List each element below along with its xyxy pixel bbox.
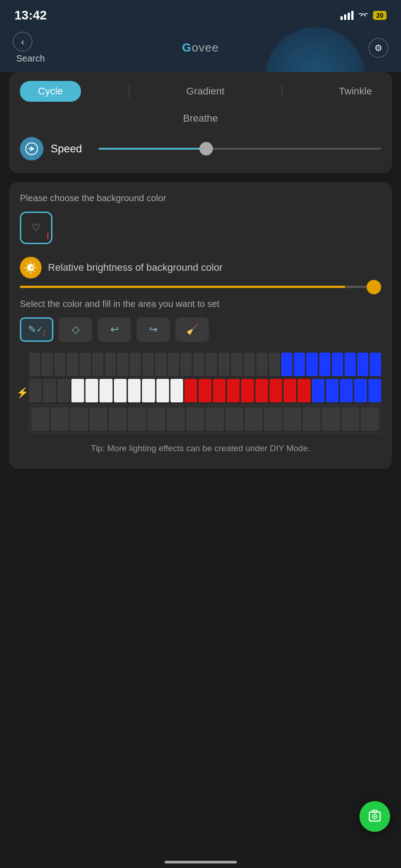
mode-row-breathe: Breathe: [20, 109, 381, 128]
home-indicator: [165, 861, 237, 863]
brightness-row: ⚡ Relative brightness of background colo…: [20, 257, 381, 278]
brightness-slider[interactable]: [20, 286, 381, 288]
svg-point-8: [374, 816, 376, 817]
led-cell: [341, 407, 359, 431]
brightness-icon: ⚡: [20, 257, 42, 278]
led-cell: [105, 353, 116, 376]
led-cell: [297, 379, 310, 402]
led-cell: [168, 353, 179, 376]
speed-icon: [20, 137, 43, 160]
led-cell: [281, 353, 292, 376]
led-cell: [255, 379, 268, 402]
speed-slider-thumb[interactable]: [199, 142, 213, 156]
led-cell: [361, 407, 379, 431]
led-cell: [70, 407, 88, 431]
led-cell: [193, 353, 204, 376]
broom-icon: 🧹: [186, 324, 198, 335]
led-cell: [231, 353, 242, 376]
led-strip-row-3: [29, 405, 381, 433]
settings-button[interactable]: ⚙: [368, 38, 388, 58]
swatch-x-icon: /: [46, 231, 50, 241]
brightness-label: Relative brightness of background color: [48, 262, 222, 274]
led-cell: [264, 407, 282, 431]
toolbar-row: ✎ ✓ / ◇ ↩ ↪ 🧹: [20, 317, 381, 342]
led-cell: [283, 379, 296, 402]
led-cell: [245, 407, 263, 431]
led-cell: [368, 379, 381, 402]
led-cell: [170, 379, 183, 402]
led-cell: [147, 407, 165, 431]
led-cell: [43, 379, 56, 402]
tab-cycle[interactable]: Cycle: [20, 81, 81, 102]
led-cell: [57, 379, 70, 402]
status-time: 13:42: [14, 8, 47, 23]
led-strip-row-2: [29, 379, 381, 402]
led-cell: [117, 353, 128, 376]
battery-level: 20: [376, 12, 383, 19]
led-cell: [322, 407, 340, 431]
led-cell: [80, 353, 91, 376]
tab-divider-1: [129, 85, 129, 98]
led-cell: [71, 379, 84, 402]
pencil-icon: ✎: [28, 324, 36, 335]
redo-icon: ↪: [149, 324, 157, 335]
led-strips-area: ⚡: [20, 353, 381, 433]
led-cell: [198, 379, 211, 402]
tool-redo-button[interactable]: ↪: [137, 317, 170, 342]
led-cell: [241, 379, 254, 402]
tool-draw-button[interactable]: ✎ ✓ /: [20, 317, 53, 342]
led-cell: [307, 353, 318, 376]
led-cell: [128, 407, 146, 431]
led-cell: [99, 379, 112, 402]
check-icon: ✓: [36, 325, 43, 335]
tool-eraser-button[interactable]: ◇: [59, 317, 92, 342]
tab-gradient[interactable]: Gradient: [177, 81, 233, 102]
tab-breathe[interactable]: Breathe: [170, 109, 231, 128]
led-cell: [294, 353, 305, 376]
led-cell: [29, 353, 40, 376]
led-cell: [130, 353, 141, 376]
color-swatch[interactable]: ♡ /: [20, 212, 52, 244]
led-cell: [340, 379, 353, 402]
brightness-slider-thumb[interactable]: [367, 280, 381, 294]
led-cell: [29, 379, 42, 402]
led-cell: [354, 379, 367, 402]
tool-clear-button[interactable]: 🧹: [175, 317, 209, 342]
status-bar: 13:42 ⌤ 20: [0, 0, 401, 27]
mode-card: Cycle Gradient Twinkle Breathe Speed: [9, 72, 392, 173]
led-cell: [167, 407, 185, 431]
fab-button[interactable]: [359, 801, 390, 832]
search-label[interactable]: Search: [16, 53, 45, 64]
mode-tabs-row: Cycle Gradient Twinkle: [20, 81, 381, 102]
undo-icon: ↩: [110, 324, 118, 335]
app-logo: Govee: [182, 41, 219, 55]
app-header: ‹ Search Govee ⚙: [0, 27, 401, 72]
select-color-label: Select the color and fill in the area yo…: [20, 299, 381, 309]
led-cell: [184, 379, 197, 402]
tab-twinkle[interactable]: Twinkle: [330, 81, 381, 102]
led-cell: [283, 407, 302, 431]
speed-slider[interactable]: [99, 148, 381, 150]
led-cell: [225, 407, 243, 431]
led-cell: [155, 353, 166, 376]
led-cell: [51, 407, 69, 431]
led-cell: [142, 353, 154, 376]
led-cell: [142, 379, 155, 402]
led-cell: [370, 353, 381, 376]
back-button[interactable]: ‹: [13, 32, 33, 52]
led-cell: [244, 353, 255, 376]
led-cell: [312, 379, 325, 402]
wifi-icon: ⌤: [358, 10, 368, 21]
led-cell: [67, 353, 78, 376]
led-cell: [218, 353, 230, 376]
signal-bars-icon: [340, 11, 354, 20]
speed-label: Speed: [51, 142, 91, 155]
led-cell: [42, 353, 53, 376]
led-cell: [269, 353, 280, 376]
led-cell: [326, 379, 339, 402]
led-cell: [128, 379, 141, 402]
svg-rect-9: [373, 810, 377, 812]
svg-text:⚡: ⚡: [28, 264, 35, 271]
led-cell: [269, 379, 282, 402]
tool-undo-button[interactable]: ↩: [98, 317, 131, 342]
